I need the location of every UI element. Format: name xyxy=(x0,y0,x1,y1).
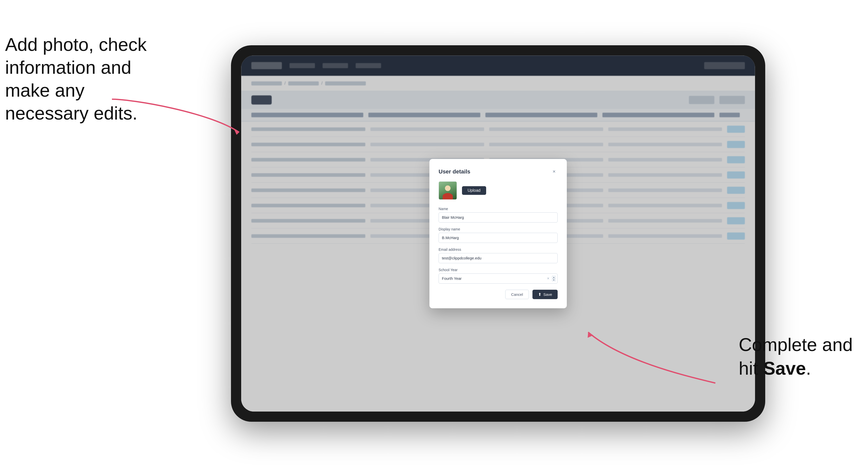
name-field-group: Name xyxy=(439,207,558,223)
school-year-label: School Year xyxy=(439,268,558,272)
upload-photo-button[interactable]: Upload xyxy=(462,186,486,195)
email-input[interactable] xyxy=(439,253,558,263)
modal-footer: Cancel ⬆ Save xyxy=(439,290,558,299)
photo-preview xyxy=(439,182,457,199)
school-year-wrapper: × ▲ ▼ xyxy=(439,274,558,284)
photo-section: Upload xyxy=(439,181,558,200)
save-label: Save xyxy=(544,292,552,297)
modal-overlay: User details × Upload Name Dis xyxy=(241,56,755,411)
cancel-button[interactable]: Cancel xyxy=(505,290,529,299)
school-year-spinner: ▲ ▼ xyxy=(552,276,556,281)
modal-close-button[interactable]: × xyxy=(551,168,558,175)
tablet-device: / / xyxy=(231,45,765,422)
display-name-label: Display name xyxy=(439,227,558,231)
tablet-screen: / / xyxy=(241,56,755,411)
annotation-right: Complete and hit Save. xyxy=(739,333,853,380)
name-input[interactable] xyxy=(439,212,558,223)
school-year-clear-button[interactable]: × xyxy=(546,276,551,281)
name-label: Name xyxy=(439,207,558,211)
school-year-increment-button[interactable]: ▲ xyxy=(552,276,556,278)
display-name-field-group: Display name xyxy=(439,227,558,243)
school-year-decrement-button[interactable]: ▼ xyxy=(552,279,556,281)
email-label: Email address xyxy=(439,248,558,252)
modal-header: User details × xyxy=(439,168,558,175)
user-details-modal: User details × Upload Name Dis xyxy=(429,159,567,308)
email-field-group: Email address xyxy=(439,248,558,263)
modal-title: User details xyxy=(439,168,470,175)
display-name-input[interactable] xyxy=(439,233,558,243)
school-year-controls: × ▲ ▼ xyxy=(546,276,556,281)
save-icon: ⬆ xyxy=(538,292,541,297)
school-year-input[interactable] xyxy=(439,274,558,284)
school-year-field-group: School Year × ▲ ▼ xyxy=(439,268,558,284)
user-photo-thumbnail xyxy=(439,181,457,200)
save-button[interactable]: ⬆ Save xyxy=(532,290,558,299)
annotation-left: Add photo, check information and make an… xyxy=(5,33,147,125)
